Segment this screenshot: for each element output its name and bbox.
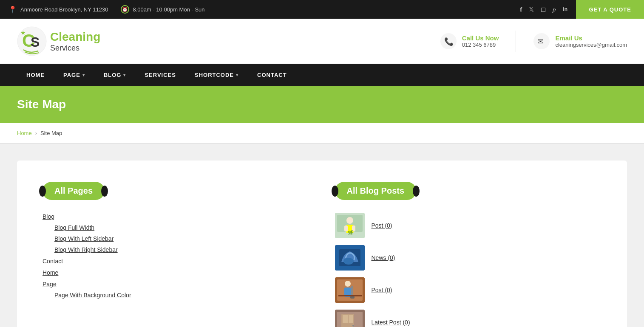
nav-home[interactable]: HOME — [17, 64, 54, 86]
post-thumbnail-2 — [335, 245, 365, 271]
list-item: Blog Full Width — [43, 224, 309, 231]
blog-link[interactable]: Blog — [43, 213, 54, 220]
logo-icon: C S ★ — [17, 26, 47, 56]
svg-text:📞: 📞 — [444, 37, 454, 46]
nav-shortcode[interactable]: SHORTCODE ▾ — [185, 64, 248, 86]
post-thumbnail-4 — [335, 310, 365, 327]
location-icon: 📍 — [9, 6, 17, 14]
all-pages-badge: All Pages — [43, 182, 105, 200]
svg-text:★: ★ — [20, 29, 26, 36]
logo-cleaning: Cleaning — [50, 30, 100, 44]
sitemap-card: All Pages Blog Blog Full Width Blog With… — [17, 161, 627, 327]
svg-rect-28 — [343, 315, 348, 323]
nav-page[interactable]: PAGE ▾ — [54, 64, 94, 86]
post-thumbnail-1: 🌿 — [335, 213, 365, 238]
list-item: Contact — [43, 257, 309, 265]
list-item: Home — [43, 269, 309, 276]
breadcrumb-separator: › — [35, 130, 37, 136]
all-blog-posts-column: All Blog Posts — [335, 182, 602, 327]
top-bar-address: 📍 Anmoore Road Brooklyn, NY 11230 — [9, 6, 108, 14]
page-bg-color-link[interactable]: Page With Background Color — [54, 292, 131, 299]
nav-services[interactable]: SERVICES — [135, 64, 185, 86]
get-quote-button[interactable]: GET A QUOTE — [576, 0, 644, 19]
all-blog-posts-badge-wrap: All Blog Posts — [335, 182, 602, 200]
linkedin-icon[interactable]: in — [563, 6, 567, 12]
all-blog-posts-badge: All Blog Posts — [335, 182, 417, 200]
email-address: cleaningservices@gmail.com — [555, 42, 627, 48]
latest-post-link[interactable]: Latest Post (0) — [372, 319, 410, 326]
list-item: Blog With Left Sidebar — [43, 235, 309, 242]
svg-text:S: S — [31, 34, 40, 50]
post-link-3[interactable]: Post (0) — [372, 287, 392, 293]
social-links: f 𝕏 ◻ 𝑝 in — [520, 6, 567, 13]
top-bar: 📍 Anmoore Road Brooklyn, NY 11230 ⏰ 8.00… — [0, 0, 644, 19]
clock-icon: ⏰ — [121, 5, 129, 14]
phone-contact: 📞 Call Us Now 012 345 6789 — [440, 33, 499, 50]
nav-blog[interactable]: BLOG ▾ — [94, 64, 136, 86]
blog-left-sidebar-link[interactable]: Blog With Left Sidebar — [54, 235, 113, 242]
header: C S ★ Cleaning Services 📞 — [0, 19, 644, 64]
list-item: Blog — [43, 213, 309, 220]
blog-full-width-link[interactable]: Blog Full Width — [54, 224, 94, 231]
blog-chevron: ▾ — [123, 73, 126, 77]
email-details: Email Us cleaningservices@gmail.com — [555, 34, 627, 48]
call-title: Call Us Now — [462, 34, 499, 42]
page-hero: Site Map — [0, 86, 644, 123]
logo-services: Services — [50, 44, 100, 53]
blog-posts-list: 🌿 Post (0) — [335, 213, 602, 327]
phone-icon-wrap: 📞 — [440, 33, 457, 50]
email-contact: ✉ Email Us cleaningservices@gmail.com — [533, 33, 627, 50]
shortcode-chevron: ▾ — [236, 73, 238, 77]
header-contact: 📞 Call Us Now 012 345 6789 ✉ Email Us cl… — [440, 31, 627, 52]
breadcrumb-current: Site Map — [40, 130, 62, 136]
svg-text:✉: ✉ — [537, 37, 544, 46]
pages-list: Blog Blog Full Width Blog With Left Side… — [43, 213, 309, 299]
address-text: Anmoore Road Brooklyn, NY 11230 — [20, 6, 108, 13]
svg-point-20 — [345, 281, 351, 287]
facebook-icon[interactable]: f — [520, 6, 522, 13]
email-icon-wrap: ✉ — [533, 33, 550, 50]
top-bar-left: 📍 Anmoore Road Brooklyn, NY 11230 ⏰ 8.00… — [9, 5, 520, 14]
pinterest-icon[interactable]: 𝑝 — [553, 6, 556, 13]
email-title: Email Us — [555, 34, 627, 42]
post-link-1[interactable]: Post (0) — [372, 222, 392, 229]
twitter-icon[interactable]: 𝕏 — [529, 6, 534, 13]
list-item: Blog With Right Sidebar — [43, 246, 309, 253]
list-item: Page With Background Color — [43, 292, 309, 299]
page-hero-title: Site Map — [17, 98, 627, 111]
svg-point-10 — [346, 217, 353, 224]
list-item: 🌿 Post (0) — [335, 213, 602, 238]
all-pages-badge-wrap: All Pages — [43, 182, 309, 200]
instagram-icon[interactable]: ◻ — [541, 6, 546, 13]
breadcrumb-home[interactable]: Home — [17, 130, 32, 136]
list-item: Latest Post (0) — [335, 310, 602, 327]
post-thumbnail-3 — [335, 277, 365, 303]
svg-rect-29 — [349, 315, 353, 323]
svg-point-30 — [352, 325, 354, 327]
list-item: Post (0) — [335, 277, 602, 303]
main-content: All Pages Blog Blog Full Width Blog With… — [0, 144, 644, 327]
hours-text: 8.00am - 10.00pm Mon - Sun — [133, 6, 204, 13]
breadcrumb: Home › Site Map — [0, 123, 644, 144]
blog-right-sidebar-link[interactable]: Blog With Right Sidebar — [54, 246, 118, 253]
svg-text:🌿: 🌿 — [348, 230, 353, 235]
svg-rect-24 — [338, 295, 362, 296]
main-nav: HOME PAGE ▾ BLOG ▾ SERVICES SHORTCODE ▾ … — [0, 64, 644, 86]
contact-link[interactable]: Contact — [43, 258, 63, 265]
svg-point-17 — [343, 258, 354, 265]
svg-rect-12 — [344, 226, 348, 231]
phone-details: Call Us Now 012 345 6789 — [462, 34, 499, 48]
contact-divider — [516, 31, 516, 52]
news-link[interactable]: News (0) — [372, 254, 395, 261]
home-link[interactable]: Home — [43, 269, 58, 276]
list-item: News (0) — [335, 245, 602, 271]
page-chevron: ▾ — [82, 73, 85, 77]
call-number: 012 345 6789 — [462, 42, 499, 48]
all-pages-column: All Pages Blog Blog Full Width Blog With… — [43, 182, 309, 327]
top-bar-hours: ⏰ 8.00am - 10.00pm Mon - Sun — [121, 5, 204, 14]
nav-contact[interactable]: CONTACT — [248, 64, 296, 86]
page-link[interactable]: Page — [43, 281, 57, 288]
logo[interactable]: C S ★ Cleaning Services — [17, 26, 100, 56]
logo-text: Cleaning Services — [50, 30, 100, 53]
list-item: Page — [43, 280, 309, 288]
